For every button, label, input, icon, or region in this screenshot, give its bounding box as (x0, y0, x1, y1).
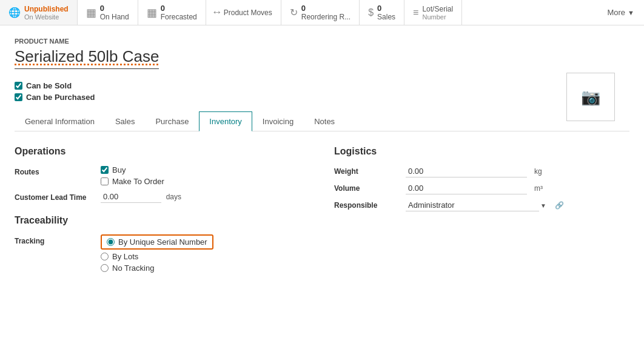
tracking-none-label: No Tracking (112, 263, 154, 273)
tracking-lots-option[interactable]: By Lots (101, 252, 310, 261)
tab-purchase[interactable]: Purchase (145, 111, 199, 131)
tab-sales[interactable]: Sales (105, 111, 146, 131)
logistics-title: Logistics (334, 146, 629, 157)
left-column: Operations Routes Buy Make To Order (15, 146, 310, 277)
topbar-unpublished[interactable]: 🌐 Unpublished On Website (0, 0, 78, 25)
reorder-count: 0 (301, 4, 351, 13)
route-buy-input[interactable] (101, 166, 109, 174)
onhand-label: On Hand (100, 13, 129, 21)
volume-row: Volume m³ (334, 182, 629, 194)
can-be-purchased-checkbox[interactable]: Can be Purchased (15, 93, 629, 102)
top-bar: 🌐 Unpublished On Website ▦ 0 On Hand ▦ 0… (0, 0, 644, 25)
responsible-label: Responsible (334, 201, 401, 210)
weight-input[interactable] (406, 165, 527, 177)
tabs: General Information Sales Purchase Inven… (15, 111, 629, 131)
forecasted-label: Forecasted (161, 13, 197, 21)
more-chevron-icon: ▼ (628, 9, 634, 16)
traceability-title: Traceability (15, 215, 310, 226)
tracking-none-option[interactable]: No Tracking (101, 263, 310, 273)
tab-general[interactable]: General Information (15, 111, 105, 131)
main-content: 📷 Product Name Serialized 50lb Case Can … (0, 25, 644, 290)
tracking-radio-group: By Unique Serial Number By Lots No Track… (101, 234, 310, 273)
volume-label: Volume (334, 184, 401, 193)
product-image[interactable]: 📷 (566, 73, 615, 121)
can-be-purchased-label: Can be Purchased (26, 93, 95, 102)
sales-count: 0 (377, 4, 395, 13)
weight-label: Weight (334, 167, 401, 176)
routes-row: Routes Buy Make To Order (15, 165, 310, 186)
route-buy-checkbox[interactable]: Buy (101, 165, 310, 174)
forecasted-count: 0 (161, 4, 197, 13)
weight-row: Weight kg (334, 165, 629, 177)
route-mto-input[interactable] (101, 177, 109, 185)
onhand-icon: ▦ (86, 6, 96, 19)
can-be-sold-input[interactable] (15, 82, 22, 90)
right-column: Logistics Weight kg Volume m³ Responsibl… (334, 146, 629, 277)
volume-unit: m³ (534, 184, 543, 193)
reorder-label: Reordering R... (301, 13, 351, 21)
tracking-serial-radio[interactable] (107, 238, 115, 246)
lead-time-label: Customer Lead Time (15, 191, 93, 202)
no-photo-icon: 📷 (581, 88, 600, 107)
tab-invoicing[interactable]: Invoicing (252, 111, 304, 131)
tab-inventory[interactable]: Inventory (199, 111, 252, 131)
topbar-sales[interactable]: $ 0 Sales (360, 0, 404, 25)
route-mto-label: Make To Order (112, 177, 164, 186)
unpublished-label: Unpublished (24, 5, 69, 13)
traceability-section: Traceability Tracking By Unique Serial N… (15, 215, 310, 273)
responsible-select-wrapper: Administrator ▼ (406, 199, 546, 211)
lead-time-unit: days (166, 193, 181, 201)
route-mto-checkbox[interactable]: Make To Order (101, 177, 310, 186)
globe-icon: 🌐 (8, 7, 21, 18)
unpublished-sublabel: On Website (24, 13, 69, 21)
tracking-lots-label: By Lots (112, 252, 138, 261)
product-title: Serialized 50lb Case (15, 47, 159, 69)
sales-label: Sales (377, 13, 395, 21)
more-button[interactable]: More ▼ (597, 0, 644, 25)
tracking-row: Tracking By Unique Serial Number (15, 234, 310, 273)
tab-notes[interactable]: Notes (304, 111, 345, 131)
can-be-purchased-input[interactable] (15, 93, 22, 101)
moves-icon: ↕ (211, 10, 224, 15)
lot-serial-label: Lot/Serial (422, 5, 453, 13)
product-name-label: Product Name (15, 38, 629, 45)
routes-label: Routes (15, 165, 93, 176)
lot-serial-icon: ≡ (413, 7, 418, 18)
onhand-count: 0 (100, 4, 129, 13)
forecasted-icon: ▦ (147, 6, 157, 19)
route-buy-label: Buy (112, 165, 126, 174)
volume-input[interactable] (406, 182, 527, 194)
topbar-lot-serial[interactable]: ≡ Lot/Serial Number (404, 0, 462, 25)
tracking-serial-option[interactable]: By Unique Serial Number (101, 234, 310, 250)
select-chevron-icon: ▼ (540, 202, 546, 209)
weight-unit: kg (534, 167, 542, 176)
header-area: 📷 Product Name Serialized 50lb Case Can … (15, 38, 629, 102)
checkboxes: Can be Sold Can be Purchased (15, 81, 629, 102)
reorder-icon: ↻ (290, 7, 298, 18)
lead-time-row: Customer Lead Time days (15, 191, 310, 203)
topbar-reordering[interactable]: ↻ 0 Reordering R... (281, 0, 360, 25)
more-label: More (607, 8, 625, 17)
tracking-lots-radio[interactable] (101, 253, 109, 260)
tracking-label: Tracking (15, 234, 93, 245)
lead-time-input[interactable] (101, 191, 161, 203)
responsible-select[interactable]: Administrator (406, 199, 539, 211)
routes-checkboxes: Buy Make To Order (101, 165, 310, 186)
lot-serial-sublabel: Number (422, 13, 453, 21)
topbar-forecasted[interactable]: ▦ 0 Forecasted (138, 0, 206, 25)
tracking-serial-label: By Unique Serial Number (118, 237, 207, 247)
responsible-row: Responsible Administrator ▼ 🔗 (334, 199, 629, 211)
tracking-options: By Unique Serial Number By Lots No Track… (101, 234, 310, 273)
can-be-sold-checkbox[interactable]: Can be Sold (15, 81, 629, 90)
responsible-external-link-icon[interactable]: 🔗 (555, 201, 564, 210)
moves-label: Product Moves (224, 8, 272, 17)
operations-title: Operations (15, 146, 310, 157)
inventory-tab-content: Operations Routes Buy Make To Order (15, 146, 629, 277)
routes-value: Buy Make To Order (101, 165, 310, 186)
tracking-none-radio[interactable] (101, 264, 109, 272)
topbar-product-moves[interactable]: ↕ Product Moves (206, 0, 281, 25)
sales-icon: $ (368, 7, 374, 18)
topbar-on-hand[interactable]: ▦ 0 On Hand (78, 0, 138, 25)
tracking-highlighted-box: By Unique Serial Number (101, 234, 213, 250)
can-be-sold-label: Can be Sold (26, 81, 72, 90)
